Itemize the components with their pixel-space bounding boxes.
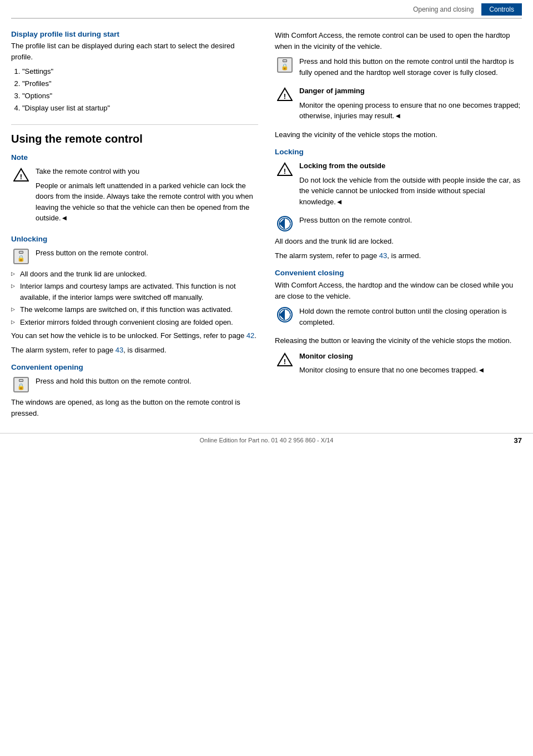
svg-text:!: ! [284,167,286,175]
remote-icon-area: 🔒 [11,248,31,264]
unlocking-section: Unlocking 🔒 Press button on the remote c… [11,235,258,356]
note-box: ! Take the remote control with you Peopl… [11,166,258,227]
locking-press-instruction: Press button on the remote control. [299,215,412,226]
bullet-3: The welcome lamps are switched on, if th… [11,304,258,315]
locking-warning-triangle-icon: ! [277,162,293,177]
svg-text:!: ! [284,92,286,100]
danger-triangle-icon: ! [277,87,293,102]
monitor-closing-box: ! Monitor closing Monitor closing to ens… [275,351,522,379]
unlocking-press-box: 🔒 Press button on the remote control. [11,248,258,264]
convenient-opening-box: 🔒 Press and hold this button on the remo… [11,376,258,392]
svg-text:!: ! [20,173,22,181]
locking-para2: The alarm system, refer to page 43, is a… [275,250,522,261]
monitor-closing-title: Monitor closing [299,351,485,362]
display-profile-body: The profile list can be displayed during… [11,41,258,62]
header-section-opening: Opening and closing [405,3,481,16]
danger-jamming-content: Danger of jamming Monitor the opening pr… [299,85,522,125]
convenient-opening-title: Convenient opening [11,363,258,371]
remote-button-2 [19,379,23,382]
unlocking-para1: You can set how the vehicle is to be unl… [11,330,258,341]
leaving-para: Leaving the vicinity of the vehicle stop… [275,129,522,140]
note-body: People or animals left unattended in a p… [36,180,258,224]
unlocking-press-instruction: Press button on the remote control. [36,248,148,259]
release-para: Releasing the button or leaving the vici… [275,335,522,346]
locking-section: Locking ! Locking from the outside Do no… [275,148,522,261]
warning-triangle-icon: ! [13,167,29,183]
bmw-icon-area-2 [275,306,295,322]
remote-control-icon-3: 🔒 [277,57,293,73]
remote-icon-area-2: 🔒 [11,376,31,392]
warning-icon-area: ! [11,166,31,183]
monitor-warning-triangle-icon: ! [277,352,293,367]
header-section-controls: Controls [481,3,522,16]
convenient-opening-section: Convenient opening 🔒 Press and hold this… [11,363,258,419]
monitor-closing-content: Monitor closing Monitor closing to ensur… [299,351,485,379]
unlocking-title: Unlocking [11,235,258,243]
note-section: Note ! Take the remote control with you … [11,153,258,227]
note-label: Note [11,153,258,162]
lock-symbol: 🔒 [17,255,25,262]
main-content: Display profile list during start The pr… [0,19,533,422]
convenient-closing-section: Convenient closing With Comfort Access, … [275,269,522,379]
bullet-1: All doors and the trunk lid are unlocked… [11,269,258,280]
right-column: With Comfort Access, the remote control … [275,30,522,422]
bmw-roundel-icon [277,216,293,231]
step-4: "Display user list at startup" [22,102,258,114]
locking-warning-box: ! Locking from the outside Do not lock t… [275,160,522,210]
remote-control-icon: 🔒 [13,249,29,264]
locking-warning-content: Locking from the outside Do not lock the… [299,160,522,210]
convenient-opening-body: The windows are opened, as long as the b… [11,397,258,419]
display-profile-title: Display profile list during start [11,30,258,38]
step-2: "Profiles" [22,78,258,90]
locking-para1: All doors and the trunk lid are locked. [275,236,522,247]
lock-symbol-3: 🔒 [281,63,289,70]
monitor-closing-body: Monitor closing to ensure that no one be… [299,365,485,376]
danger-icon-area: ! [275,85,295,102]
header-nav: Opening and closing Controls [405,3,522,16]
svg-text:!: ! [284,357,286,366]
danger-jamming-box: ! Danger of jamming Monitor the opening … [275,85,522,125]
bmw-icon-area [275,215,295,231]
danger-jamming-title: Danger of jamming [299,85,522,97]
step-1: "Settings" [22,65,258,78]
bmw-roundel-icon-2 [277,307,293,322]
convenient-opening-instruction: Press and hold this button on the remote… [36,376,191,387]
bmw-logo-svg [279,218,291,230]
remote-control-icon-2: 🔒 [13,377,29,392]
locking-warning-body: Do not lock the vehicle from the outside… [299,175,522,208]
locking-warning-title: Locking from the outside [299,160,522,172]
note-content: Take the remote control with you People … [36,166,258,227]
page42-link[interactable]: 42 [247,331,254,340]
page-footer: Online Edition for Part no. 01 40 2 956 … [0,433,533,447]
page-number: 37 [514,436,522,445]
locking-press-box: Press button on the remote control. [275,215,522,231]
bullet-2: Interior lamps and courtesy lamps are ac… [11,281,258,303]
locking-title: Locking [275,148,522,156]
using-remote-title: Using the remote control [11,124,258,145]
danger-jamming-body: Monitor the opening process to ensure th… [299,100,522,122]
press-hold-box: 🔒 Press and hold this button on the remo… [275,56,522,81]
note-line1: Take the remote control with you [36,166,258,177]
unlocking-para2: The alarm system, refer to page 43, is d… [11,345,258,356]
remote-button-3 [283,59,287,62]
footer-text: Online Edition for Part no. 01 40 2 956 … [200,437,334,443]
page43-link-1[interactable]: 43 [115,346,123,354]
monitor-warning-icon-area: ! [275,351,295,367]
remote-icon-area-3: 🔒 [275,56,295,73]
page-header: Opening and closing Controls [11,0,522,19]
display-profile-section: Display profile list during start The pr… [11,30,258,114]
lock-symbol-2: 🔒 [17,383,25,390]
press-hold-instruction: Press and hold this button on the remote… [299,56,522,78]
display-profile-steps: "Settings" "Profiles" "Options" "Display… [22,65,258,114]
step-3: "Options" [22,90,258,102]
convenient-closing-intro: With Comfort Access, the hardtop and the… [275,280,522,301]
left-column: Display profile list during start The pr… [11,30,258,422]
hold-down-box: Hold down the remote control button unti… [275,306,522,331]
unlocking-bullets: All doors and the trunk lid are unlocked… [11,269,258,328]
bullet-4: Exterior mirrors folded through convenie… [11,317,258,328]
triangle-warning-svg: ! [13,167,29,183]
page43-link-2[interactable]: 43 [379,251,387,260]
bmw-logo-svg-2 [279,309,291,321]
hold-down-instruction: Hold down the remote control button unti… [299,306,522,327]
locking-warning-icon-area: ! [275,160,295,177]
